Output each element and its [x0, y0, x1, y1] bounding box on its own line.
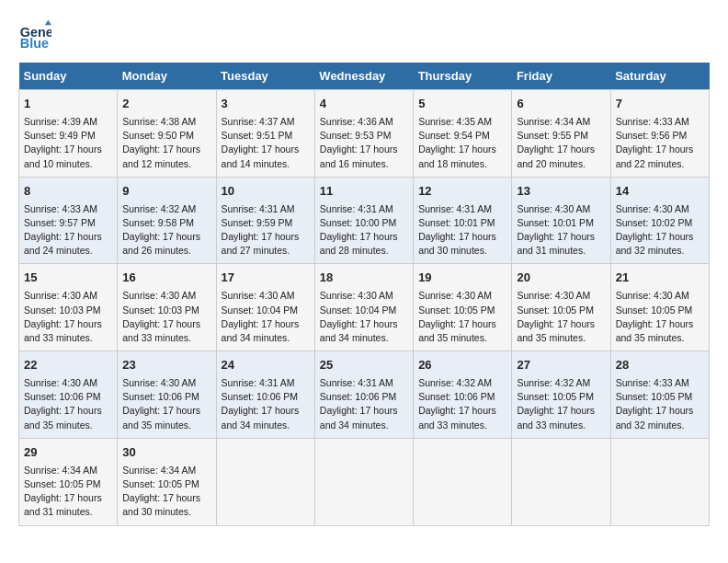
calendar-cell-23: 23Sunrise: 4:30 AMSunset: 10:06 PMDaylig…	[118, 351, 216, 439]
calendar-header-row: Sunday Monday Tuesday Wednesday Thursday…	[19, 63, 710, 90]
logo-icon: General Blue	[18, 18, 51, 52]
calendar-cell-7: 7Sunrise: 4:33 AMSunset: 9:56 PMDaylight…	[610, 90, 709, 178]
calendar-cell-12: 12Sunrise: 4:31 AMSunset: 10:01 PMDaylig…	[414, 177, 512, 264]
calendar-cell-empty	[414, 438, 512, 525]
calendar-cell-21: 21Sunrise: 4:30 AMSunset: 10:05 PMDaylig…	[610, 264, 709, 351]
calendar-cell-empty	[216, 438, 314, 525]
calendar-cell-25: 25Sunrise: 4:31 AMSunset: 10:06 PMDaylig…	[314, 351, 413, 439]
calendar-cell-8: 8Sunrise: 4:33 AMSunset: 9:57 PMDaylight…	[19, 177, 118, 264]
calendar-cell-19: 19Sunrise: 4:30 AMSunset: 10:05 PMDaylig…	[414, 264, 512, 351]
calendar-cell-9: 9Sunrise: 4:32 AMSunset: 9:58 PMDaylight…	[118, 177, 216, 264]
logo: General Blue	[18, 18, 55, 52]
page-header: General Blue	[18, 18, 710, 52]
calendar-table: Sunday Monday Tuesday Wednesday Thursday…	[18, 63, 710, 526]
svg-marker-2	[45, 20, 51, 25]
svg-text:Blue: Blue	[20, 36, 49, 51]
calendar-cell-empty	[314, 438, 413, 525]
calendar-cell-18: 18Sunrise: 4:30 AMSunset: 10:04 PMDaylig…	[314, 264, 413, 351]
col-monday: Monday	[118, 63, 216, 90]
col-sunday: Sunday	[19, 63, 118, 90]
calendar-cell-20: 20Sunrise: 4:30 AMSunset: 10:05 PMDaylig…	[512, 264, 610, 351]
calendar-cell-29: 29Sunrise: 4:34 AMSunset: 10:05 PMDaylig…	[19, 438, 118, 525]
calendar-cell-14: 14Sunrise: 4:30 AMSunset: 10:02 PMDaylig…	[610, 177, 709, 264]
calendar-cell-5: 5Sunrise: 4:35 AMSunset: 9:54 PMDaylight…	[414, 90, 512, 178]
col-wednesday: Wednesday	[314, 63, 413, 90]
col-tuesday: Tuesday	[216, 63, 314, 90]
calendar-cell-13: 13Sunrise: 4:30 AMSunset: 10:01 PMDaylig…	[512, 177, 610, 264]
calendar-cell-empty	[512, 438, 610, 525]
calendar-cell-2: 2Sunrise: 4:38 AMSunset: 9:50 PMDaylight…	[118, 90, 216, 178]
calendar-cell-17: 17Sunrise: 4:30 AMSunset: 10:04 PMDaylig…	[216, 264, 314, 351]
calendar-cell-27: 27Sunrise: 4:32 AMSunset: 10:05 PMDaylig…	[512, 351, 610, 439]
calendar-cell-11: 11Sunrise: 4:31 AMSunset: 10:00 PMDaylig…	[314, 177, 413, 264]
calendar-cell-24: 24Sunrise: 4:31 AMSunset: 10:06 PMDaylig…	[216, 351, 314, 439]
calendar-cell-1: 1Sunrise: 4:39 AMSunset: 9:49 PMDaylight…	[19, 90, 118, 178]
calendar-cell-28: 28Sunrise: 4:33 AMSunset: 10:05 PMDaylig…	[610, 351, 709, 439]
calendar-cell-26: 26Sunrise: 4:32 AMSunset: 10:06 PMDaylig…	[414, 351, 512, 439]
calendar-cell-15: 15Sunrise: 4:30 AMSunset: 10:03 PMDaylig…	[19, 264, 118, 351]
calendar-cell-10: 10Sunrise: 4:31 AMSunset: 9:59 PMDayligh…	[216, 177, 314, 264]
calendar-cell-6: 6Sunrise: 4:34 AMSunset: 9:55 PMDaylight…	[512, 90, 610, 178]
calendar-cell-22: 22Sunrise: 4:30 AMSunset: 10:06 PMDaylig…	[19, 351, 118, 439]
calendar-cell-16: 16Sunrise: 4:30 AMSunset: 10:03 PMDaylig…	[118, 264, 216, 351]
calendar-cell-3: 3Sunrise: 4:37 AMSunset: 9:51 PMDaylight…	[216, 90, 314, 178]
calendar-cell-4: 4Sunrise: 4:36 AMSunset: 9:53 PMDaylight…	[314, 90, 413, 178]
col-thursday: Thursday	[414, 63, 512, 90]
col-saturday: Saturday	[610, 63, 709, 90]
calendar-cell-empty	[610, 438, 709, 525]
calendar-cell-30: 30Sunrise: 4:34 AMSunset: 10:05 PMDaylig…	[118, 438, 216, 525]
col-friday: Friday	[512, 63, 610, 90]
